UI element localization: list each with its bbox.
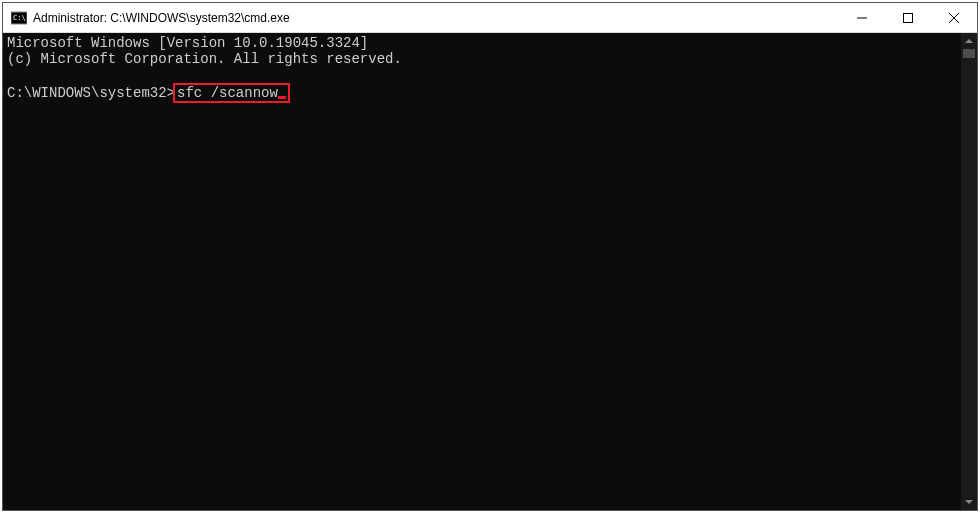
- cursor: [278, 96, 286, 99]
- vertical-scrollbar[interactable]: [961, 33, 977, 510]
- version-line: Microsoft Windows [Version 10.0.19045.33…: [7, 35, 368, 51]
- titlebar[interactable]: C:\ Administrator: C:\WINDOWS\system32\c…: [3, 3, 977, 33]
- svg-text:C:\: C:\: [13, 14, 26, 22]
- svg-marker-7: [965, 500, 973, 504]
- cmd-icon: C:\: [11, 10, 27, 26]
- console-output[interactable]: Microsoft Windows [Version 10.0.19045.33…: [3, 33, 961, 510]
- window-controls: [839, 3, 977, 32]
- scrollbar-thumb[interactable]: [963, 49, 975, 58]
- console-body: Microsoft Windows [Version 10.0.19045.33…: [3, 33, 977, 510]
- scrollbar-up-button[interactable]: [961, 33, 977, 49]
- scrollbar-down-button[interactable]: [961, 494, 977, 510]
- svg-marker-6: [965, 39, 973, 43]
- cmd-window: C:\ Administrator: C:\WINDOWS\system32\c…: [2, 2, 978, 511]
- window-title: Administrator: C:\WINDOWS\system32\cmd.e…: [33, 11, 839, 25]
- copyright-line: (c) Microsoft Corporation. All rights re…: [7, 51, 402, 67]
- maximize-button[interactable]: [885, 3, 931, 32]
- command-highlight: sfc /scannow: [173, 83, 290, 103]
- close-button[interactable]: [931, 3, 977, 32]
- prompt-line: C:\WINDOWS\system32>sfc /scannow: [7, 85, 290, 101]
- svg-rect-3: [904, 13, 913, 22]
- minimize-button[interactable]: [839, 3, 885, 32]
- command-text: sfc /scannow: [177, 85, 278, 101]
- prompt-text: C:\WINDOWS\system32>: [7, 85, 175, 101]
